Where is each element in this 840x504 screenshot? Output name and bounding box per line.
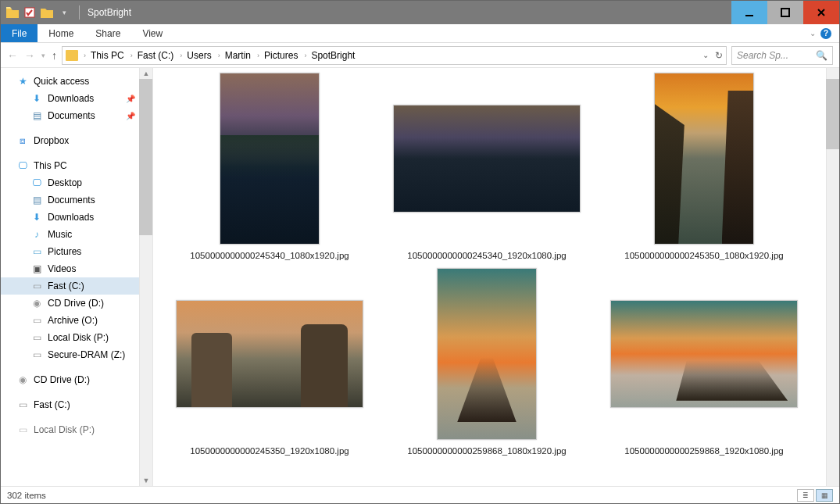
item-count: 302 items <box>7 491 46 500</box>
ribbon-tabs: File Home Share View ⌄ ? <box>1 24 839 43</box>
new-folder-icon[interactable] <box>40 5 54 20</box>
nav-label: CD Drive (D:) <box>48 298 104 309</box>
file-thumbnail <box>654 73 754 245</box>
minimize-button[interactable] <box>731 1 767 24</box>
breadcrumb-segment[interactable]: Fast (C:) <box>135 50 177 61</box>
share-tab[interactable]: Share <box>84 24 131 42</box>
chevron-right-icon[interactable]: › <box>128 52 135 59</box>
nav-label: Quick access <box>34 76 89 87</box>
nav-arrows: ← → ▾ ↑ <box>7 49 57 62</box>
nav-pictures[interactable]: ▭Pictures <box>1 243 140 260</box>
maximize-button[interactable] <box>767 1 803 24</box>
details-view-button[interactable]: ≣ <box>797 489 814 502</box>
nav-label: Downloads <box>48 93 94 104</box>
file-item[interactable]: 1050000000000245340_1080x1920.jpg <box>161 71 378 266</box>
navigation-pane: ★Quick access ⬇Downloads📌 ▤Documents📌 ⧈D… <box>1 68 153 486</box>
refresh-icon[interactable]: ↻ <box>715 50 723 61</box>
up-button[interactable]: ↑ <box>52 49 57 62</box>
nav-downloads2[interactable]: ⬇Downloads <box>1 209 140 226</box>
drive-icon: ▭ <box>30 314 43 327</box>
view-tab[interactable]: View <box>131 24 173 42</box>
close-button[interactable] <box>803 1 839 24</box>
nav-label: Fast (C:) <box>48 281 84 291</box>
file-thumbnail <box>437 268 537 440</box>
nav-downloads[interactable]: ⬇Downloads📌 <box>1 90 140 107</box>
back-button[interactable]: ← <box>7 49 18 62</box>
nav-this-pc[interactable]: 🖵This PC <box>1 157 140 174</box>
nav-label: CD Drive (D:) <box>34 374 90 385</box>
breadcrumb-segment[interactable]: SpotBright <box>309 50 357 61</box>
chevron-right-icon[interactable]: › <box>216 52 223 59</box>
nav-music[interactable]: ♪Music <box>1 226 140 243</box>
help-icon[interactable]: ? <box>820 28 831 39</box>
content-pane: 1050000000000245340_1080x1920.jpg 105000… <box>153 68 839 486</box>
nav-cd-d2[interactable]: ◉CD Drive (D:) <box>1 371 140 388</box>
file-tab[interactable]: File <box>1 24 38 42</box>
file-item[interactable]: 1050000000000245350_1920x1080.jpg <box>161 266 378 462</box>
music-icon: ♪ <box>30 228 43 241</box>
forward-button[interactable]: → <box>24 49 35 62</box>
file-item[interactable]: 1050000000000245340_1920x1080.jpg <box>378 71 595 266</box>
nav-secure-z[interactable]: ▭Secure-DRAM (Z:) <box>1 346 140 363</box>
drive-icon: ▭ <box>30 349 43 361</box>
nav-scroll-thumb[interactable] <box>139 79 152 235</box>
pictures-icon: ▭ <box>30 245 43 258</box>
scroll-up-icon[interactable]: ▲ <box>143 70 150 77</box>
nav-label: Videos <box>48 263 76 274</box>
file-name: 1050000000000245350_1920x1080.jpg <box>190 446 349 456</box>
qat-dropdown-icon[interactable]: ▾ <box>57 5 71 20</box>
title-bar: ▾ SpotBright <box>1 1 839 24</box>
search-placeholder: Search Sp... <box>737 50 788 61</box>
tree: ★Quick access ⬇Downloads📌 ▤Documents📌 ⧈D… <box>1 68 140 443</box>
address-bar[interactable]: ›This PC ›Fast (C:) ›Users ›Martin ›Pict… <box>62 46 727 65</box>
file-thumbnail <box>610 300 798 408</box>
file-item[interactable]: 1050000000000245350_1080x1920.jpg <box>595 71 813 266</box>
nav-fast-c[interactable]: ▭Fast (C:) <box>1 277 140 295</box>
chevron-right-icon[interactable]: › <box>302 52 309 59</box>
nav-documents2[interactable]: ▤Documents <box>1 191 140 209</box>
explorer-window: ▾ SpotBright File Home Share View ⌄ ? ← … <box>0 0 840 504</box>
breadcrumb-segment[interactable]: Pictures <box>262 50 300 61</box>
cd-icon: ◉ <box>16 374 29 386</box>
properties-icon[interactable] <box>23 5 37 20</box>
recent-dropdown-icon[interactable]: ▾ <box>41 52 45 59</box>
file-item[interactable]: 1050000000000259868_1920x1080.jpg <box>595 266 813 462</box>
breadcrumb-segment[interactable]: This PC <box>88 50 127 61</box>
thumbnails-view-button[interactable]: ▦ <box>816 489 833 502</box>
nav-videos[interactable]: ▣Videos <box>1 260 140 277</box>
nav-label: Downloads <box>48 212 94 223</box>
file-item[interactable]: 1050000000000259868_1080x1920.jpg <box>378 266 595 462</box>
status-bar: 302 items ≣ ▦ <box>1 486 839 503</box>
address-dropdown-icon[interactable]: ⌄ <box>702 51 709 59</box>
nav-label: Secure-DRAM (Z:) <box>48 349 125 360</box>
scroll-down-icon[interactable]: ▼ <box>143 477 150 484</box>
ribbon-expand-icon[interactable]: ⌄ <box>810 29 816 38</box>
nav-local-p2[interactable]: ▭Local Disk (P:) <box>1 421 140 438</box>
chevron-right-icon[interactable]: › <box>255 52 262 59</box>
nav-label: Archive (O:) <box>48 315 98 326</box>
content-scroll-thumb[interactable] <box>826 79 839 149</box>
search-input[interactable]: Search Sp... 🔍 <box>731 46 833 65</box>
star-icon: ★ <box>16 75 29 88</box>
nav-quick-access[interactable]: ★Quick access <box>1 73 140 90</box>
breadcrumb-segment[interactable]: Martin <box>223 50 253 61</box>
chevron-right-icon[interactable]: › <box>81 52 88 59</box>
pin-icon: 📌 <box>126 112 135 120</box>
nav-cd-d[interactable]: ◉CD Drive (D:) <box>1 295 140 312</box>
home-tab[interactable]: Home <box>38 24 84 42</box>
download-icon: ⬇ <box>30 211 43 223</box>
nav-label: This PC <box>34 160 67 171</box>
quick-access-toolbar: ▾ <box>1 5 76 20</box>
breadcrumb-segment[interactable]: Users <box>184 50 213 61</box>
chevron-right-icon[interactable]: › <box>177 52 184 59</box>
nav-label: Dropbox <box>34 135 69 146</box>
nav-documents[interactable]: ▤Documents📌 <box>1 107 140 124</box>
address-bar-row: ← → ▾ ↑ ›This PC ›Fast (C:) ›Users ›Mart… <box>1 43 839 68</box>
nav-fast-c2[interactable]: ▭Fast (C:) <box>1 396 140 413</box>
folder-icon <box>66 50 78 61</box>
nav-desktop[interactable]: 🖵Desktop <box>1 174 140 191</box>
nav-archive-o[interactable]: ▭Archive (O:) <box>1 312 140 329</box>
drive-icon: ▭ <box>16 424 29 436</box>
nav-local-p[interactable]: ▭Local Disk (P:) <box>1 329 140 346</box>
nav-dropbox[interactable]: ⧈Dropbox <box>1 132 140 149</box>
